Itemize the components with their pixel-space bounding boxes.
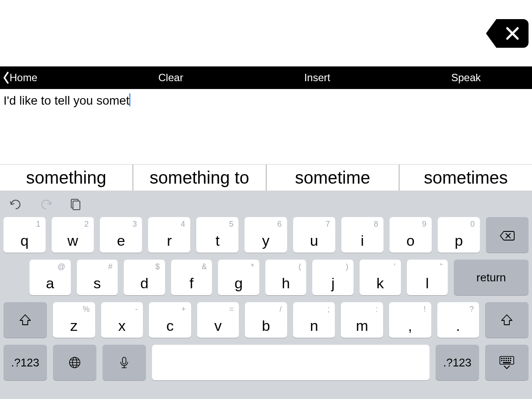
redo-button[interactable]	[38, 197, 53, 211]
key-comma[interactable]: !,	[389, 302, 431, 338]
microphone-icon	[118, 356, 131, 369]
backspace-icon	[499, 230, 515, 241]
key-main: u	[310, 232, 318, 249]
key-main: s	[93, 275, 101, 292]
key-alt: =	[229, 305, 234, 314]
key-f[interactable]: &f	[171, 260, 212, 295]
numkey-right[interactable]: .?123	[436, 345, 479, 380]
shift-icon	[18, 313, 32, 327]
key-alt: 0	[470, 220, 475, 229]
text-content: I'd like to tell you somet	[3, 94, 129, 107]
dictation-key[interactable]	[102, 345, 146, 380]
numkey-label: .?123	[443, 356, 471, 369]
svg-rect-9	[508, 358, 509, 359]
backspace-key[interactable]	[486, 217, 529, 253]
undo-button[interactable]	[9, 197, 23, 211]
back-label: Home	[10, 72, 37, 84]
key-alt: 8	[374, 220, 378, 229]
key-main: v	[214, 317, 221, 334]
key-period[interactable]: ?.	[437, 302, 479, 338]
keyboard-row-2: @a#s$d&f*g(h)j'k"lreturn	[3, 260, 529, 295]
shift-icon	[500, 313, 514, 327]
key-main: ,	[408, 317, 412, 334]
return-label: return	[476, 271, 506, 284]
dismiss-keyboard-icon	[499, 355, 515, 370]
key-main: b	[262, 317, 270, 334]
key-alt: $	[155, 262, 160, 271]
close-button[interactable]	[496, 19, 529, 48]
keyboard-row-3: %z-x+c=v/b;n:m!,?.	[3, 302, 529, 338]
key-x[interactable]: -x	[101, 302, 143, 338]
paste-button[interactable]	[68, 197, 83, 211]
suggestion-1[interactable]: something	[0, 165, 133, 191]
key-main: z	[70, 317, 78, 334]
numkey-label: .?123	[11, 356, 39, 369]
key-alt: 9	[422, 220, 426, 229]
insert-button[interactable]: Insert	[304, 72, 330, 84]
svg-rect-14	[508, 360, 509, 361]
space-key[interactable]	[152, 345, 430, 380]
key-alt: &	[202, 262, 207, 271]
top-area	[0, 0, 532, 66]
speak-button[interactable]: Speak	[451, 72, 532, 84]
key-alt: 5	[229, 220, 233, 229]
svg-rect-10	[510, 358, 511, 359]
key-main: m	[356, 317, 368, 334]
key-alt: #	[108, 262, 112, 271]
key-c[interactable]: +c	[149, 302, 191, 338]
key-v[interactable]: =v	[197, 302, 239, 338]
key-main: y	[262, 232, 270, 249]
key-a[interactable]: @a	[30, 260, 71, 295]
key-r[interactable]: 4r	[148, 217, 190, 253]
shift-key-right[interactable]	[485, 302, 529, 338]
suggestion-3[interactable]: sometime	[267, 165, 400, 191]
return-key[interactable]: return	[454, 260, 529, 295]
key-l[interactable]: "l	[407, 260, 448, 295]
key-main: .	[456, 317, 460, 334]
key-main: i	[360, 232, 364, 249]
back-button[interactable]: Home	[0, 72, 37, 84]
suggestion-4[interactable]: sometimes	[400, 165, 532, 191]
key-d[interactable]: $d	[124, 260, 165, 295]
svg-rect-13	[506, 360, 507, 361]
key-main: c	[166, 317, 174, 334]
key-main: w	[67, 232, 78, 249]
key-t[interactable]: 5t	[196, 217, 238, 253]
key-m[interactable]: :m	[341, 302, 383, 338]
key-main: q	[20, 232, 29, 249]
key-g[interactable]: *g	[218, 260, 259, 295]
key-z[interactable]: %z	[53, 302, 95, 338]
key-s[interactable]: #s	[77, 260, 118, 295]
key-o[interactable]: 9o	[390, 217, 432, 253]
key-alt: '	[394, 262, 395, 271]
suggestion-2[interactable]: something to	[133, 165, 267, 191]
key-n[interactable]: ;n	[293, 302, 335, 338]
key-main: l	[426, 275, 429, 292]
shift-key-left[interactable]	[3, 302, 47, 338]
key-p[interactable]: 0p	[438, 217, 480, 253]
key-y[interactable]: 6y	[245, 217, 287, 253]
key-alt: ?	[469, 305, 474, 314]
key-q[interactable]: 1q	[3, 217, 46, 253]
key-alt: ;	[327, 305, 330, 314]
key-j[interactable]: )j	[312, 260, 354, 295]
keyboard-rows: 1q2w3e4r5t6y7u8i9o0p @a#s$d&f*g(h)j'k"lr…	[0, 217, 532, 399]
numkey-left[interactable]: .?123	[3, 345, 47, 380]
key-b[interactable]: /b	[245, 302, 287, 338]
key-main: r	[167, 232, 172, 249]
key-k[interactable]: 'k	[360, 260, 401, 295]
key-e[interactable]: 3e	[100, 217, 142, 253]
key-alt: )	[346, 262, 348, 271]
key-i[interactable]: 8i	[341, 217, 383, 253]
text-input[interactable]: I'd like to tell you somet	[0, 89, 532, 164]
key-u[interactable]: 7u	[293, 217, 335, 253]
key-alt: !	[423, 305, 426, 314]
svg-rect-4	[122, 357, 126, 364]
key-alt: (	[298, 262, 301, 271]
globe-key[interactable]	[53, 345, 96, 380]
dismiss-keyboard-key[interactable]	[485, 345, 529, 380]
clear-button[interactable]: Clear	[159, 72, 183, 84]
key-h[interactable]: (h	[265, 260, 307, 295]
keyboard: 1q2w3e4r5t6y7u8i9o0p @a#s$d&f*g(h)j'k"lr…	[0, 191, 532, 399]
key-w[interactable]: 2w	[52, 217, 94, 253]
